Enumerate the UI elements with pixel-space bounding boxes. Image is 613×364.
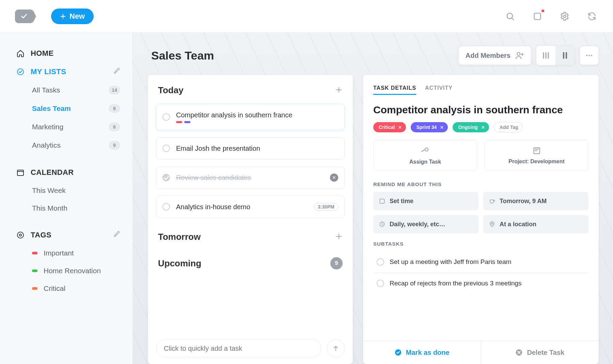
- section-upcoming: Upcoming 9: [148, 247, 353, 274]
- svg-rect-4: [17, 170, 23, 176]
- subtask-row[interactable]: Set up a meeting with Jeff from Paris te…: [373, 251, 588, 272]
- list-label: Marketing: [32, 123, 63, 131]
- dismiss-task-button[interactable]: ✕: [330, 173, 338, 182]
- mark-as-done-button[interactable]: Mark as done: [363, 341, 481, 364]
- task-row[interactable]: Email Josh the presentation: [156, 137, 345, 160]
- calendar-this-week[interactable]: This Week: [13, 182, 124, 199]
- section-today: Today: [148, 75, 353, 100]
- list-sales-team[interactable]: Sales Team 9: [13, 99, 124, 118]
- tab-activity[interactable]: ACTIVITY: [425, 82, 453, 95]
- task-checkbox[interactable]: [162, 203, 170, 211]
- tab-task-details[interactable]: TASK DETAILS: [373, 82, 416, 95]
- subtask-checkbox[interactable]: [377, 258, 384, 266]
- tag-critical[interactable]: Critical: [13, 280, 124, 297]
- add-task-tomorrow-button[interactable]: [335, 233, 343, 242]
- svg-point-11: [425, 148, 428, 151]
- subtask-label: Recap of rejects from the previous 3 mee…: [390, 280, 522, 287]
- quick-add-input[interactable]: [156, 340, 321, 357]
- chip-label: Sprint 34: [416, 125, 437, 130]
- quick-add-bar: [148, 333, 353, 364]
- tag-important[interactable]: Important: [13, 244, 124, 262]
- chip-label: Ongoing: [458, 125, 478, 130]
- chip-label: Add Tag: [500, 125, 518, 130]
- cup-icon: [489, 198, 496, 204]
- add-tag-button[interactable]: Add Tag: [494, 122, 523, 132]
- calendar-this-month[interactable]: This Month: [13, 199, 124, 217]
- mark-done-label: Mark as done: [406, 349, 450, 357]
- list-marketing[interactable]: Marketing 6: [13, 118, 124, 136]
- task-time-pill: 3:30PM: [314, 203, 338, 211]
- notifications-icon[interactable]: [531, 10, 544, 22]
- search-icon[interactable]: [504, 10, 516, 22]
- reminder-set-time[interactable]: Set time: [373, 192, 478, 210]
- add-task-today-button[interactable]: [335, 86, 343, 95]
- upcoming-count: 9: [330, 257, 343, 269]
- chip-remove-icon[interactable]: ✕: [481, 125, 485, 130]
- task-title: Competitor analysis in southern france: [176, 111, 292, 119]
- add-members-button[interactable]: Add Members: [458, 46, 531, 65]
- list-analytics[interactable]: Analytics 9: [13, 136, 124, 154]
- task-checkbox[interactable]: [162, 113, 170, 121]
- content-area: Sales Team Add Members: [133, 33, 613, 364]
- quick-add-send-button[interactable]: [327, 340, 345, 357]
- nav-tags-label: TAGS: [31, 231, 51, 239]
- nav-mylists[interactable]: MY LISTS: [13, 63, 124, 81]
- nav-home[interactable]: HOME: [13, 44, 124, 63]
- reminder-label: Daily, weekly, etc…: [390, 221, 445, 228]
- task-tag-dashes: [176, 121, 292, 123]
- reminder-tomorrow[interactable]: Tomorrow, 9 AM: [483, 192, 588, 210]
- svg-point-6: [19, 234, 21, 236]
- edit-tags-icon[interactable]: [113, 231, 120, 239]
- reminder-location[interactable]: At a location: [483, 215, 588, 233]
- task-row[interactable]: Competitor analysis in southern france: [156, 104, 345, 130]
- nav-calendar[interactable]: CALENDAR: [13, 163, 124, 182]
- sync-icon[interactable]: [586, 10, 598, 22]
- subtask-row[interactable]: Recap of rejects from the previous 3 mee…: [373, 272, 588, 294]
- svg-point-10: [591, 55, 592, 56]
- delete-task-button[interactable]: Delete Task: [481, 341, 599, 364]
- subtask-label: Set up a meeting with Jeff from Paris te…: [390, 258, 512, 266]
- count-badge: 9: [109, 141, 120, 150]
- check-circle-icon: [16, 68, 25, 76]
- tag-swatch: [32, 252, 37, 254]
- task-checkbox[interactable]: [162, 145, 170, 152]
- settings-icon[interactable]: [559, 10, 571, 22]
- chip-sprint-34[interactable]: Sprint 34 ✕: [411, 122, 448, 132]
- project-button[interactable]: Project: Development: [485, 140, 588, 171]
- details-title: Competitor analysis in southern france: [373, 104, 588, 116]
- repeat-icon: [379, 221, 386, 228]
- nav-tags[interactable]: TAGS: [13, 226, 124, 244]
- section-title: Tomorrow: [158, 232, 201, 242]
- task-checkbox[interactable]: [162, 174, 170, 181]
- list-label: All Tasks: [32, 86, 60, 94]
- task-details-card: TASK DETAILS ACTIVITY Competitor analysi…: [363, 75, 599, 364]
- details-tabs: TASK DETAILS ACTIVITY: [373, 82, 588, 98]
- chip-remove-icon[interactable]: ✕: [398, 125, 402, 130]
- calendar-item-label: This Week: [32, 186, 66, 195]
- view-split-button[interactable]: [555, 46, 575, 65]
- new-button[interactable]: New: [51, 9, 94, 24]
- tag-home-renovation[interactable]: Home Renovation: [13, 262, 124, 280]
- reminder-recurring[interactable]: Daily, weekly, etc…: [373, 215, 478, 233]
- app-logo[interactable]: [15, 10, 33, 23]
- task-row[interactable]: Review sales candidates ✕: [156, 166, 345, 189]
- chip-remove-icon[interactable]: ✕: [440, 125, 444, 130]
- count-badge: 9: [109, 104, 120, 113]
- chip-critical[interactable]: Critical ✕: [373, 122, 406, 132]
- list-all-tasks[interactable]: All Tasks 14: [13, 81, 124, 99]
- assign-task-button[interactable]: Assign Task: [373, 140, 477, 171]
- count-badge: 14: [109, 86, 120, 95]
- edit-lists-icon[interactable]: [113, 67, 120, 76]
- clock-icon: [379, 198, 386, 204]
- assign-icon: [421, 146, 430, 155]
- svg-rect-13: [380, 199, 384, 203]
- new-label: New: [69, 12, 85, 21]
- chip-ongoing[interactable]: Ongoing ✕: [453, 122, 489, 132]
- arrow-up-icon: [332, 345, 340, 352]
- task-row[interactable]: Analytics in-house demo 3:30PM: [156, 196, 345, 218]
- subtask-checkbox[interactable]: [377, 280, 384, 287]
- people-plus-icon: [515, 51, 524, 60]
- svg-point-5: [17, 232, 23, 238]
- view-board-button[interactable]: [536, 46, 555, 65]
- more-options-button[interactable]: [580, 46, 599, 65]
